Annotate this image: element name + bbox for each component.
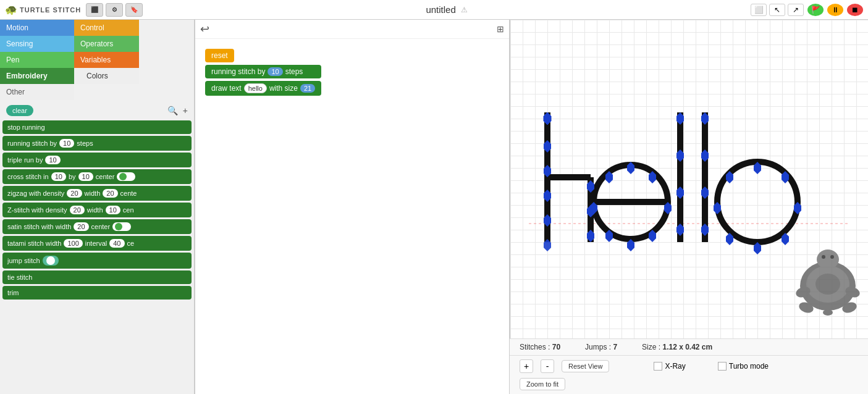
turbo-checkbox[interactable] [718,362,727,371]
square-btn[interactable]: ⬛ [86,3,103,17]
cat-other[interactable]: Other [0,84,74,100]
cat-colors[interactable]: Colors [74,68,139,84]
category-section: Motion Sensing Pen Embroidery Other Cont… [0,20,194,100]
settings-btn[interactable]: ⚙ [106,3,123,17]
cat-control[interactable]: Control [74,20,139,36]
block-label: tie stitch [7,274,32,281]
tatami-v1[interactable]: 100 [64,239,82,248]
cat-embroidery[interactable]: Embroidery [0,68,74,84]
zoom-minus-button[interactable]: - [541,359,554,373]
title-right: ⬜ ↖ ↗ 🚩 ⏸ ⏹ [751,4,863,16]
block-trim[interactable]: trim [2,286,192,300]
block-suffix: steps [77,140,93,147]
zoom-plus-button[interactable]: + [520,359,533,373]
satin-v1[interactable]: 20 [74,222,88,231]
running-value[interactable]: 10 [268,67,282,76]
view-btn2[interactable]: ↖ [769,4,785,16]
preview-area [510,20,868,338]
cat-col-right: Control Operators Variables Colors [74,20,139,100]
cross-stitch-v1[interactable]: 10 [51,172,66,181]
block-tie-stitch[interactable]: tie stitch [2,270,192,284]
zigzag-v2[interactable]: 20 [103,189,117,198]
turtle-mascot [788,240,868,326]
back-button[interactable]: ↩ [200,22,209,36]
pause-button[interactable]: ⏸ [827,4,843,16]
block-label: tatami stitch width [7,240,61,247]
grid-button[interactable]: ⊞ [497,24,504,34]
flag-button[interactable]: 🚩 [807,4,824,16]
turbo-toggle[interactable]: Turbo mode [718,362,769,371]
reset-view-button[interactable]: Reset View [562,360,609,372]
blocks-panel: clear 🔍 + stop running running stitch by… [0,100,194,394]
block-stop-running[interactable]: stop running [2,120,192,134]
block-satin[interactable]: satin stitch with width 20 center ✓ [2,219,192,234]
zigzag-v1[interactable]: 20 [67,189,82,198]
xray-toggle[interactable]: X-Ray [654,362,685,371]
block-label: satin stitch with width [7,223,71,230]
stitches-stat: Stitches : 70 [520,343,560,351]
clear-button[interactable]: clear [6,105,33,116]
zoom-to-fit-button[interactable]: Zoom to fit [520,378,565,390]
script-running-block[interactable]: running stitch by 10 steps [205,65,321,78]
cat-operators[interactable]: Operators [74,36,139,52]
block-width2: width [87,206,103,214]
block-zstitch[interactable]: Z-stitch with density 20 width 10 cen [2,203,192,217]
block-triple-run[interactable]: triple run by 10 [2,153,192,167]
preview-panel: Stitches : 70 Jumps : 7 Size : 1.12 x 0.… [510,20,868,394]
xray-checkbox[interactable] [654,362,662,371]
title-center: untitled ⚠ [148,4,746,15]
block-cross-stitch[interactable]: cross stitch in 10 by 10 center ✓ [2,169,192,184]
triple-run-value[interactable]: 10 [45,156,60,164]
stop-button[interactable]: ⏹ [847,4,863,16]
script-reset-block[interactable]: reset [205,49,234,62]
script-blocks-area: reset running stitch by 10 steps draw te… [195,39,509,108]
preview-canvas [510,20,868,338]
view-btn1[interactable]: ⬜ [751,4,767,16]
block-center2: center [91,223,111,230]
cross-stitch-toggle[interactable]: ✓ [117,172,135,181]
block-ce: ce [127,240,135,247]
app-title: TURTLE STITCH [20,6,81,14]
block-zigzag[interactable]: zigzag with density 20 width 20 cente [2,186,192,201]
add-icon[interactable]: + [183,106,188,115]
view-btn3[interactable]: ↗ [788,4,804,16]
search-icon[interactable]: 🔍 [167,106,178,115]
running-stitch-value[interactable]: 10 [59,139,74,148]
jump-toggle[interactable] [43,256,59,266]
running-label: running stitch by [211,67,265,76]
draw-value1[interactable]: hello [244,83,267,93]
draw-value2[interactable]: 21 [300,84,315,93]
block-by: by [69,173,76,180]
zstitch-v2[interactable]: 10 [106,206,120,214]
draw-mid: with size [269,84,298,93]
block-label: trim [7,289,19,296]
block-jump-stitch[interactable]: jump stitch [2,253,192,269]
running-suffix: steps [285,67,303,76]
satin-toggle[interactable]: ✓ [112,222,131,231]
script-area: ↩ ⊞ reset running stitch by 10 steps [195,20,510,394]
bookmark-btn[interactable]: 🔖 [125,3,143,17]
tatami-v2[interactable]: 40 [109,239,124,248]
block-label: zigzag with density [7,190,64,197]
project-name: untitled [426,4,455,15]
cat-variables[interactable]: Variables [74,52,139,68]
block-interval: interval [85,240,107,247]
cat-pen[interactable]: Pen [0,52,74,68]
block-tatami[interactable]: tatami stitch width 100 interval 40 ce [2,236,192,251]
jumps-stat: Jumps : 7 [585,343,617,351]
block-running-stitch[interactable]: running stitch by 10 steps [2,136,192,151]
svg-point-47 [830,255,834,259]
zstitch-v1[interactable]: 20 [70,206,85,214]
block-label: triple run by [7,156,43,164]
cat-motion[interactable]: Motion [0,20,74,36]
cross-stitch-v2[interactable]: 10 [78,172,93,181]
preview-controls: + - Reset View X-Ray Turbo mode [510,355,868,377]
block-label: cross stitch in [7,173,49,180]
turtle-icon: 🐢 [5,4,17,15]
draw-label: draw text [211,84,242,93]
cat-sensing[interactable]: Sensing [0,36,74,52]
xray-label-text: X-Ray [665,362,685,371]
blocks-toolbar: clear 🔍 + [2,103,192,119]
script-draw-block[interactable]: draw text hello with size 21 [205,81,321,96]
block-label: running stitch by [7,140,57,147]
